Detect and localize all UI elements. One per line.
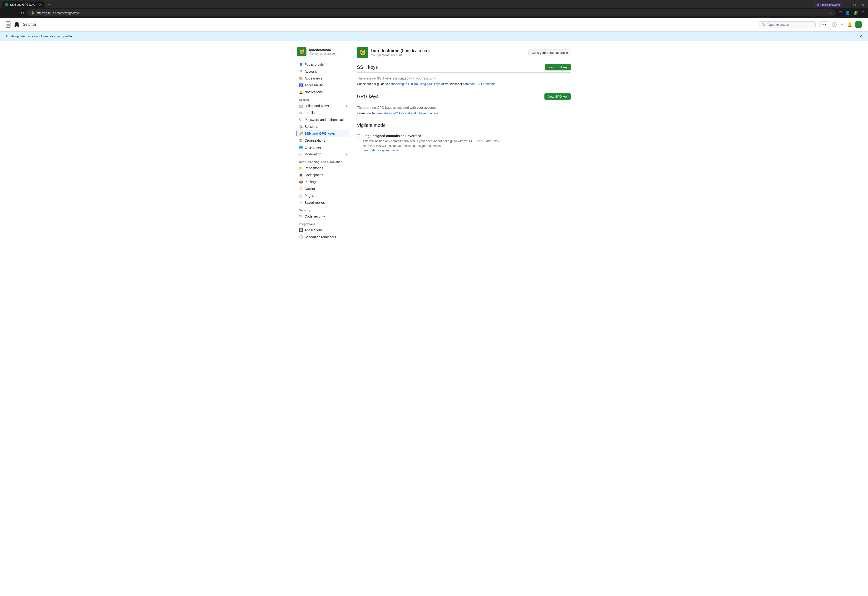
sidebar-label: Moderation: [304, 152, 321, 156]
tab-close-btn[interactable]: ✕: [39, 3, 42, 7]
shield-icon: 🛡: [299, 118, 303, 121]
close-btn[interactable]: ✕: [859, 2, 866, 7]
sidebar-item-applications[interactable]: 🔲 Applications: [297, 227, 349, 234]
pull-requests-btn[interactable]: ⑂: [839, 21, 845, 28]
bookmark-icon[interactable]: ☆: [829, 11, 832, 15]
sidebar-item-copilot[interactable]: © Copilot: [297, 185, 349, 192]
org-icon: 🏗: [299, 139, 303, 142]
sidebar-item-pages[interactable]: 📄 Pages: [297, 192, 349, 199]
profile-username: boredcatmom (boredcatmom): [371, 48, 430, 53]
clock-icon: 🕐: [299, 235, 303, 239]
main-container: 🐱 boredcatmom Your personal account 👤 Pu…: [291, 41, 577, 246]
hamburger-btn[interactable]: ☰: [6, 21, 10, 28]
sidebar-label: Organizations: [304, 139, 325, 142]
vigilant-checkbox[interactable]: [357, 135, 360, 138]
tab-bar-right: Private browsing − □ ✕: [815, 2, 866, 7]
new-btn[interactable]: + ▾: [819, 21, 829, 28]
sidebar-label: Codespaces: [304, 173, 323, 177]
vigilant-checkbox-row: Flag unsigned commits as unverified This…: [357, 134, 571, 153]
moderation-icon: 📋: [299, 152, 303, 156]
sidebar-label: Password and authentication: [304, 118, 347, 121]
sidebar-item-account[interactable]: ⚙ Account: [297, 68, 349, 75]
billing-icon: 🏢: [299, 104, 303, 108]
private-label: Private browsing: [821, 3, 840, 6]
sidebar-label: Sessions: [304, 125, 318, 129]
sidebar-item-emails[interactable]: ✉ Emails: [297, 109, 349, 116]
browser-chrome: SSH and GPG keys ✕ + Private browsing − …: [0, 0, 868, 18]
maximize-btn[interactable]: □: [852, 2, 858, 7]
sidebar-label: Repositories: [304, 166, 323, 170]
sidebar-item-organizations[interactable]: 🏗 Organizations: [297, 137, 349, 144]
sidebar-label: Notifications: [304, 90, 323, 94]
sidebar-item-accessibility[interactable]: ♿ Accessibility: [297, 82, 349, 89]
repo-icon: 📁: [299, 166, 303, 170]
browser-nav: ← → ↺ 🔒 https://github.com/settings/keys…: [0, 8, 868, 18]
header-icons: + ▾ 🕐 ⑂ 🔔: [819, 21, 862, 28]
gpg-section-title: GPG keys: [357, 94, 379, 99]
gpg-link[interactable]: generate a GPG key and add it to your ac…: [376, 111, 440, 115]
sidebar-item-saved-replies[interactable]: ↩ Saved replies: [297, 199, 349, 206]
menu-btn[interactable]: ☰: [861, 10, 866, 16]
sidebar-item-repositories[interactable]: 📁 Repositories: [297, 165, 349, 172]
banner-close-btn[interactable]: ✕: [859, 34, 862, 38]
ssh-section-title: SSH keys: [357, 65, 378, 70]
minimize-btn[interactable]: −: [844, 2, 850, 7]
search-icon: 🔍: [762, 23, 765, 27]
sidebar-item-ssh-gpg[interactable]: 🔑 SSH and GPG keys: [297, 130, 349, 137]
sidebar-item-scheduled-reminders[interactable]: 🕐 Scheduled reminders: [297, 234, 349, 240]
history-btn[interactable]: 🕐: [830, 21, 838, 28]
vigilant-desc2: Note that this will include your existin…: [363, 143, 500, 148]
ssh-link2[interactable]: common SSH problems: [463, 82, 495, 86]
vigilant-learn-link[interactable]: Learn about vigilant mode: [363, 148, 398, 152]
sidebar-label: SSH and GPG keys: [304, 132, 335, 135]
forward-btn[interactable]: →: [11, 10, 18, 16]
sidebar-item-notifications[interactable]: 🔔 Notifications: [297, 89, 349, 95]
search-box[interactable]: 🔍 Type / to search: [759, 21, 816, 28]
sidebar-label: Account: [304, 70, 317, 73]
tab-bar: SSH and GPG keys ✕ + Private browsing − …: [0, 0, 868, 8]
sidebar-item-packages[interactable]: 📦 Packages: [297, 179, 349, 185]
ssh-info-suffix: .: [495, 82, 496, 86]
private-dot: [817, 4, 819, 6]
sidebar-item-codespaces[interactable]: 💻 Codespaces: [297, 172, 349, 178]
tab-favicon: [5, 3, 8, 6]
chevron-down-icon: ▾: [346, 105, 347, 108]
vigilant-desc1: This will include any commit attributed …: [363, 139, 500, 143]
address-bar[interactable]: 🔒 https://github.com/settings/keys ☆: [27, 9, 836, 16]
sidebar-item-sessions[interactable]: 📡 Sessions: [297, 123, 349, 130]
ssh-section: SSH keys New SSH key There are no SSH ke…: [357, 64, 571, 86]
view-profile-link[interactable]: view your profile.: [50, 34, 73, 38]
back-btn[interactable]: ←: [2, 10, 9, 16]
profile-info: boredcatmom (boredcatmom) Your personal …: [371, 48, 430, 57]
sidebar-item-public-profile[interactable]: 👤 Public profile: [297, 61, 349, 68]
sidebar-user-sub: Your personal account: [309, 52, 337, 55]
sidebar-item-code-security[interactable]: 🛡 Code security: [297, 213, 349, 220]
sidebar-item-billing[interactable]: 🏢 Billing and plans ▾: [297, 103, 349, 109]
ssh-info-text: Check out our guide to connecting to Git…: [357, 82, 571, 86]
refresh-btn[interactable]: ↺: [19, 10, 25, 16]
sidebar-item-enterprises[interactable]: 🌐 Enterprises: [297, 144, 349, 151]
user-avatar[interactable]: [855, 21, 862, 28]
search-area: 🔍 Type / to search: [759, 21, 816, 28]
person-icon: 👤: [299, 63, 303, 67]
pocket-btn[interactable]: ☰: [837, 10, 843, 16]
profile-sub: Your personal account: [371, 53, 430, 57]
sidebar-item-moderation[interactable]: 📋 Moderation ▾: [297, 151, 349, 158]
new-gpg-key-btn[interactable]: New GPG key: [545, 93, 571, 100]
account-btn[interactable]: 👤: [844, 10, 851, 16]
accessibility-icon: ♿: [299, 83, 303, 87]
new-tab-btn[interactable]: +: [46, 2, 52, 7]
sidebar-item-appearance[interactable]: 🎨 Appearance: [297, 75, 349, 81]
ssh-link1[interactable]: connecting to GitHub using SSH keys: [389, 82, 440, 86]
svg-point-3: [15, 22, 19, 26]
sidebar-item-password[interactable]: 🛡 Password and authentication: [297, 116, 349, 123]
extensions-btn[interactable]: 🧩: [852, 10, 859, 16]
sidebar-label: Public profile: [304, 63, 323, 67]
code-security-icon: 🛡: [299, 214, 303, 218]
inbox-btn[interactable]: 🔔: [846, 21, 854, 28]
radio-icon: 📡: [299, 125, 303, 129]
goto-profile-btn[interactable]: Go to your personal profile: [528, 49, 571, 56]
sidebar-username: boredcatmom: [309, 48, 337, 52]
new-ssh-key-btn[interactable]: New SSH key: [545, 64, 571, 71]
active-tab[interactable]: SSH and GPG keys ✕: [2, 1, 45, 8]
